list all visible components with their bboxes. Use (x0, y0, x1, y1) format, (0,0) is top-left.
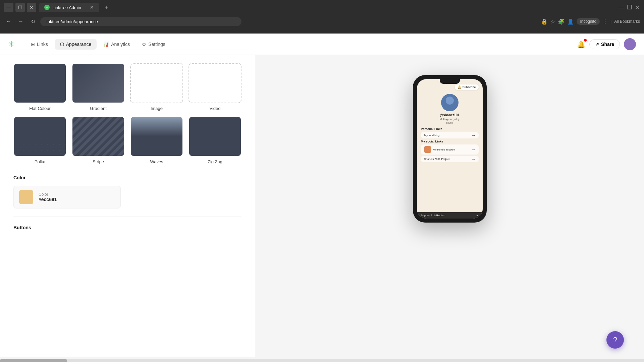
phone-link-honey[interactable]: My Honey account ••• (421, 144, 479, 155)
profile-bio: Making every day count! (440, 118, 460, 125)
bg-option-image[interactable]: Image (130, 63, 183, 111)
bg-option-gradient[interactable]: Gradient (72, 63, 125, 111)
svg-point-0 (446, 97, 454, 105)
bg-option-polka[interactable]: Polka (13, 116, 66, 164)
background-type-grid: Flat Colour Gradient Image Video (13, 63, 241, 164)
share-icon: ↗ (595, 42, 599, 47)
bg-label-waves: Waves (150, 159, 163, 164)
bg-label-zig-zag: Zig Zag (208, 159, 222, 164)
ellipsis-icon: ••• (472, 134, 475, 137)
user-avatar[interactable] (624, 38, 636, 50)
links-icon: ⊞ (31, 42, 35, 47)
profile-avatar (441, 94, 459, 111)
phone-mockup: 🔔 Subscribe @shanet101 Making every day … (413, 75, 487, 223)
window-restore-icon: ❐ (627, 4, 632, 11)
notification-icon[interactable]: 🔔 (577, 40, 585, 48)
polka-preview (14, 117, 66, 156)
close-button[interactable]: ✕ (27, 3, 36, 12)
bg-option-waves[interactable]: Waves (130, 116, 183, 164)
chevron-up-icon: ▲ (476, 214, 479, 217)
app-nav: ✳ ⊞ Links ⬡ Appearance 📊 Analytics ⚙ Set… (0, 34, 644, 55)
bg-thumb-video (189, 63, 241, 103)
bell-icon: 🔔 (458, 85, 461, 89)
bg-label-stripe: Stripe (93, 159, 104, 164)
phone-link-food-blog[interactable]: My food blog ••• (421, 132, 479, 138)
bg-label-flat-colour: Flat Colour (29, 106, 51, 111)
phone-screen: 🔔 Subscribe @shanet101 Making every day … (417, 79, 483, 219)
incognito-badge: Incognito (577, 18, 600, 25)
bg-thumb-image (130, 63, 183, 103)
content-panel: Flat Colour Gradient Image Video (0, 55, 255, 357)
bar-chart-icon: 📊 (103, 42, 109, 47)
bg-thumb-gradient (72, 63, 125, 103)
buttons-section: Buttons (13, 225, 241, 230)
tab-title: Linktree Admin (52, 5, 81, 10)
bg-thumb-waves (130, 116, 183, 157)
browser-titlebar: — ☐ ✕ ✳ Linktree Admin ✕ + — ❐ ✕ (0, 0, 644, 15)
personal-links-heading: Personal Links (421, 127, 442, 131)
menu-icon[interactable]: ⋮ (602, 18, 608, 25)
help-fab-button[interactable]: ? (606, 331, 624, 349)
bg-thumb-stripe (72, 116, 125, 157)
settings-icon: ⚙ (142, 42, 146, 47)
phone-link-project[interactable]: Shane's 7101 Project ••• (421, 156, 479, 162)
back-button[interactable]: ← (4, 17, 13, 26)
app-main: Flat Colour Gradient Image Video (0, 55, 644, 357)
bg-label-video: Video (209, 106, 220, 111)
url-input[interactable] (40, 17, 241, 26)
bg-thumb-flat-colour (13, 63, 66, 103)
bookmark-star-icon[interactable]: ☆ (550, 18, 555, 25)
maximize-button[interactable]: ☐ (15, 3, 25, 12)
nav-appearance-button[interactable]: ⬡ Appearance (55, 39, 97, 50)
ellipsis-icon-3: ••• (472, 158, 475, 161)
profile-name: @shanet101 (440, 113, 460, 117)
bg-option-zig-zag[interactable]: Zig Zag (189, 116, 241, 164)
color-section: Color Color #ecc681 (13, 175, 241, 208)
tab-favicon: ✳ (44, 5, 50, 10)
honey-icon-thumb (424, 146, 431, 153)
security-icon: 🔒 (541, 18, 548, 25)
scroll-indicator[interactable] (0, 359, 644, 362)
share-button[interactable]: ↗ Share (589, 39, 620, 49)
color-label: Color (39, 192, 57, 197)
stripe-preview (72, 117, 124, 156)
subscribe-button[interactable]: 🔔 Subscribe (455, 84, 478, 90)
browser-chrome: — ☐ ✕ ✳ Linktree Admin ✕ + — ❐ ✕ ← → ↻ 🔒… (0, 0, 644, 34)
buttons-section-title: Buttons (13, 225, 241, 230)
scroll-thumb (0, 359, 67, 362)
bg-thumb-zig-zag (189, 116, 241, 157)
forward-button[interactable]: → (16, 17, 25, 26)
section-divider (13, 217, 241, 217)
window-controls: — ☐ ✕ (4, 3, 36, 12)
svg-point-1 (442, 105, 457, 111)
bg-option-flat-colour[interactable]: Flat Colour (13, 63, 66, 111)
bg-option-video[interactable]: Video (189, 63, 241, 111)
window-minimize-icon: — (618, 4, 624, 11)
color-picker-row[interactable]: Color #ecc681 (13, 186, 121, 208)
nav-settings-button[interactable]: ⚙ Settings (137, 39, 171, 50)
bg-option-stripe[interactable]: Stripe (72, 116, 125, 164)
nav-analytics-button[interactable]: 📊 Analytics (98, 39, 135, 50)
nav-links-button[interactable]: ⊞ Links (25, 39, 53, 50)
palette-icon: ⬡ (60, 42, 64, 47)
bg-label-gradient: Gradient (90, 106, 107, 111)
tab-close-button[interactable]: ✕ (90, 5, 94, 10)
extensions-icon[interactable]: 🧩 (558, 18, 565, 25)
bookmarks-label: | (610, 19, 611, 24)
preview-panel: 🔔 Subscribe @shanet101 Making every day … (255, 55, 644, 357)
reload-button[interactable]: ↻ (28, 17, 38, 26)
all-bookmarks-label[interactable]: All Bookmarks (614, 19, 640, 24)
bg-thumb-polka (13, 116, 66, 157)
social-links-heading: My social Links (421, 140, 443, 143)
minimize-button[interactable]: — (4, 3, 13, 12)
phone-notch (440, 79, 460, 84)
app-logo[interactable]: ✳ (8, 40, 15, 49)
gradient-preview (72, 64, 124, 103)
waves-preview (131, 117, 182, 156)
browser-tab[interactable]: ✳ Linktree Admin ✕ (39, 3, 99, 12)
flat-colour-preview (14, 64, 66, 103)
new-tab-button[interactable]: + (102, 3, 111, 12)
nav-actions: 🔔 ↗ Share (577, 38, 636, 50)
ellipsis-icon-2: ••• (472, 148, 475, 151)
profile-icon[interactable]: 👤 (567, 18, 574, 25)
